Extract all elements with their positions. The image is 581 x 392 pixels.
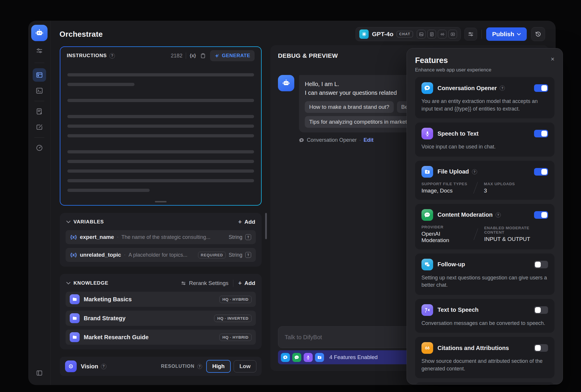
chevron-down-icon [517,33,521,36]
history-button[interactable] [531,27,545,41]
file-upload-toggle[interactable] [534,168,548,176]
follow-up-icon [421,259,433,270]
add-variable-button[interactable]: +Add [238,219,255,225]
char-count: 2182 [171,53,182,59]
publish-button[interactable]: Publish [486,27,527,41]
resize-handle[interactable] [155,201,167,202]
help-icon[interactable]: ? [500,85,505,91]
features-enabled-label: 4 Features Enabled [329,354,378,360]
help-icon[interactable]: ? [197,364,202,369]
help-icon[interactable]: ? [496,212,501,218]
configuration-column: INSTRUCTIONS ? 2182 {x} GENERATE [60,46,262,376]
add-knowledge-button[interactable]: +Add [238,280,255,286]
feature-title: Follow-up [438,261,465,268]
variable-row[interactable]: {x} expert_name · The name of the strate… [66,230,256,244]
chevron-down-icon[interactable] [66,220,71,223]
feature-card-annotation-reply: Annotation Reply [415,382,554,384]
feature-card-text-to-speech: Text to Speech Conversation messages can… [415,299,554,333]
rail-orchestrate-icon[interactable] [33,68,46,82]
stat-divider [473,182,478,194]
feature-title: File Upload [438,168,469,175]
rail-logs-icon[interactable] [33,105,46,118]
citations-toggle[interactable] [534,344,548,352]
edit-opener-link[interactable]: Edit [363,137,373,143]
variable-row[interactable]: {x} unrelated_topic · A placeholder for … [66,248,256,262]
plus-icon: + [238,281,242,286]
speech-feature-icon [304,353,313,362]
feature-description: Show source document and attributed sect… [421,358,548,372]
document-capability-icon [427,30,436,38]
close-icon[interactable]: × [551,56,554,62]
instructions-title: INSTRUCTIONS [67,53,107,59]
vision-capability-icon [417,30,426,38]
feature-description: Conversation messages can be converted t… [421,320,548,327]
file-upload-icon [421,166,433,178]
rail-settings-sliders-icon[interactable] [33,44,46,57]
opener-feature-icon [281,353,290,362]
sparkle-icon [214,53,219,58]
rail-terminal-icon[interactable] [33,84,46,97]
content-moderation-toggle[interactable] [534,211,548,219]
rail-divider [34,137,44,138]
stat-divider [474,228,478,240]
resolution-high-button[interactable]: High [206,360,231,373]
knowledge-row[interactable]: Market Research Guide HQ · HYBRID [66,330,256,345]
instructions-skeleton-text[interactable] [60,64,261,192]
help-icon[interactable]: ? [109,53,115,59]
suggested-question-chip[interactable]: Tips for analyzing competitors in market [305,116,411,128]
dataset-folder-icon [70,332,80,342]
speech-to-text-icon [421,128,433,139]
knowledge-row[interactable]: Brand Strategy HQ · INVERTED [66,311,256,326]
rail-divider [34,63,44,63]
rail-annotation-icon[interactable] [33,120,46,134]
toolbar-divider [186,52,186,59]
variable-brace-icon: {x} [70,234,77,240]
content-moderation-icon [421,209,433,221]
variable-name: unrelated_topic [80,252,121,258]
variable-description: The name of the strategic consulting... [121,234,210,240]
stat-label: ENABLED MODERATE CONTENT [484,226,548,235]
desktop-background: Orchestrate ✳ GPT-4o CHAT Publish [0,0,581,392]
text-to-speech-toggle[interactable] [534,306,548,314]
generate-button[interactable]: GENERATE [210,50,255,61]
chevron-down-icon[interactable] [66,282,71,285]
variable-type: String [229,252,242,258]
variable-type: String [229,234,242,240]
feature-title: Text to Speech [438,307,479,313]
stat-value: Image, Docs [421,188,467,194]
suggested-question-chip[interactable]: How to make a brand stand out? [305,101,394,113]
stat-value: INPUT & OUTPUT [484,236,548,242]
model-selector[interactable]: ✳ GPT-4o CHAT [356,27,461,41]
chat-mode-badge: CHAT [397,31,413,37]
follow-up-toggle[interactable] [534,261,548,268]
bot-avatar-icon [278,75,294,91]
variables-brace-icon[interactable]: {x} [190,53,196,58]
speech-to-text-toggle[interactable] [534,130,548,137]
sidebar-rail [28,21,51,385]
copy-icon[interactable] [200,53,206,59]
audio-capability-icon [438,30,447,38]
model-capability-icons [417,30,457,38]
feature-card-content-moderation: Content Moderation ? PROVIDER OpenAI Mod… [415,204,554,249]
rerank-settings-button[interactable]: Rerank Settings [181,280,228,286]
rail-divider [34,101,44,101]
feature-title: Speech to Text [438,130,479,137]
help-icon[interactable]: ? [101,364,106,369]
conversation-opener-toggle[interactable] [534,84,548,92]
app-logo-robot-icon[interactable] [31,25,48,41]
knowledge-title: KNOWLEDGE [74,280,108,286]
required-badge: REQUIRED [198,252,226,258]
resolution-low-button[interactable]: Low [234,360,256,372]
stat-value: OpenAI Moderation [421,231,468,244]
dataset-name: Marketing Basics [84,296,215,303]
model-tune-button[interactable] [464,28,477,41]
moderation-feature-icon [292,353,301,362]
rail-monitoring-icon[interactable] [33,141,46,155]
help-icon[interactable]: ? [472,169,477,174]
dot-separator: · [359,138,361,143]
dataset-badge: HQ · HYBRID [219,334,252,341]
scrollbar-thumb[interactable] [265,213,267,239]
features-panel: Features × Enhance web app user experien… [407,48,563,384]
collapse-sidebar-icon[interactable] [33,366,46,380]
knowledge-row[interactable]: Marketing Basics HQ · HYBRID [66,292,256,307]
